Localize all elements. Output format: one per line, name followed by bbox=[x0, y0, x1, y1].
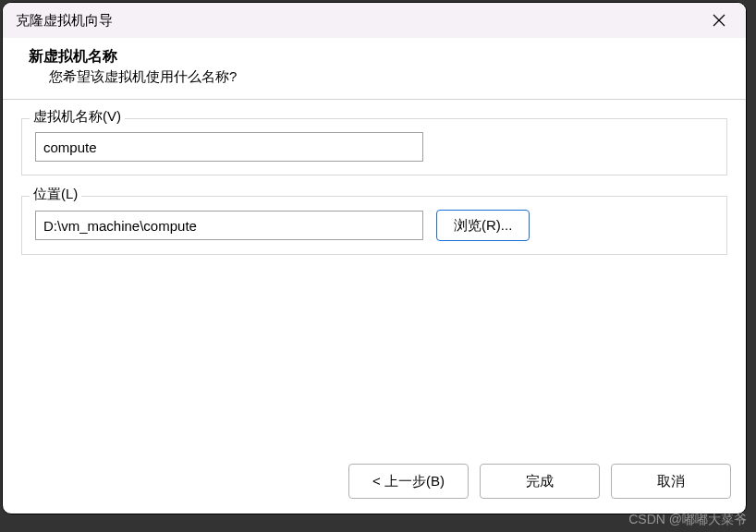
clone-vm-wizard-dialog: 克隆虚拟机向导 新虚拟机名称 您希望该虚拟机使用什么名称? 虚拟机名称(V) 位… bbox=[2, 2, 747, 514]
finish-button[interactable]: 完成 bbox=[480, 464, 600, 499]
wizard-header: 新虚拟机名称 您希望该虚拟机使用什么名称? bbox=[3, 38, 746, 100]
titlebar: 克隆虚拟机向导 bbox=[3, 3, 746, 38]
back-button[interactable]: < 上一步(B) bbox=[348, 464, 469, 499]
location-input[interactable] bbox=[35, 211, 423, 240]
cancel-button[interactable]: 取消 bbox=[611, 464, 731, 499]
location-fieldset: 位置(L) 浏览(R)... bbox=[21, 196, 727, 255]
wizard-content: 虚拟机名称(V) 位置(L) 浏览(R)... bbox=[3, 100, 746, 451]
dialog-title: 克隆虚拟机向导 bbox=[16, 12, 113, 30]
vm-name-fieldset: 虚拟机名称(V) bbox=[21, 118, 727, 175]
wizard-footer: < 上一步(B) 完成 取消 bbox=[3, 451, 746, 514]
close-icon bbox=[712, 13, 726, 28]
location-label: 位置(L) bbox=[30, 186, 81, 203]
browse-button[interactable]: 浏览(R)... bbox=[436, 210, 530, 241]
location-row: 浏览(R)... bbox=[35, 210, 713, 241]
page-subtitle: 您希望该虚拟机使用什么名称? bbox=[49, 68, 727, 86]
vm-name-label: 虚拟机名称(V) bbox=[30, 108, 125, 126]
page-title: 新虚拟机名称 bbox=[29, 47, 727, 66]
close-button[interactable] bbox=[705, 6, 733, 34]
vm-name-input[interactable] bbox=[35, 132, 423, 162]
